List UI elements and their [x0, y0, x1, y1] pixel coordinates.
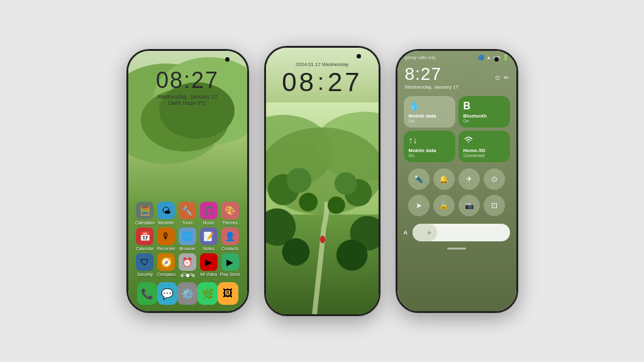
- bt-status-icon: 🔵: [478, 55, 484, 60]
- brightness-bar[interactable]: ☀: [413, 224, 510, 241]
- dot-2: [186, 274, 189, 277]
- app-weather[interactable]: 🌤 Weather: [156, 202, 176, 225]
- weather-icon: 🌤: [157, 202, 175, 219]
- clock-icon: ⏰: [179, 253, 196, 271]
- tools-icon: 🔧: [179, 202, 196, 219]
- app-playstore[interactable]: ▶ Play Store: [220, 253, 240, 277]
- time-display-2: 08 : 27: [266, 67, 379, 97]
- app-music[interactable]: 🎵 Music: [199, 202, 219, 225]
- status-text: gency calls only: [405, 55, 436, 60]
- dock-phone[interactable]: 📞: [137, 282, 157, 305]
- cc-drag-handle: [447, 248, 466, 250]
- tools-label: Tools: [182, 221, 192, 225]
- contacts-label: Contacts: [221, 246, 239, 251]
- bluetooth-tile[interactable]: B Bluetooth On: [458, 96, 510, 128]
- battery-icon: 🔋: [502, 55, 509, 60]
- punch-hole-3: [494, 57, 499, 62]
- app-browser[interactable]: 🌐 Browser: [177, 228, 197, 251]
- lock-clock-2: 2024.01.17 Wednesday 08 : 27: [266, 57, 379, 102]
- cc-tile-row-1: 💧 Mobile data On B Bluetooth On: [404, 96, 510, 128]
- cc-date: Wednesday, January 17: [405, 84, 459, 90]
- browser-label: Browser: [179, 246, 196, 251]
- minute-display: 27: [328, 67, 362, 97]
- mobile-data-label: Mobile data: [409, 113, 450, 119]
- music-label: Music: [203, 221, 214, 225]
- wifi-tile[interactable]: Home-5G Connected: [458, 131, 510, 162]
- mobile-data-tile[interactable]: 💧 Mobile data On: [404, 96, 455, 128]
- phone-2: 2024.01.17 Wednesday 08 : 27: [264, 46, 380, 316]
- calculator-label: Calculator: [135, 221, 155, 225]
- settings-gear-icon[interactable]: ⊙: [495, 74, 500, 81]
- app-compass[interactable]: 🧭 Compass: [156, 253, 176, 277]
- time-display-1: 08:27: [128, 67, 247, 94]
- svg-point-15: [336, 239, 367, 271]
- app-themes[interactable]: 🎨 Themes: [220, 202, 240, 225]
- mobile-data-label-2: Mobile data: [409, 148, 450, 153]
- dock: 📞 💬 ⚙️ 🌿 🖼: [128, 282, 247, 305]
- flashlight-button[interactable]: 🔦: [408, 168, 430, 190]
- bluetooth-sub: On: [464, 119, 505, 123]
- dock-settings[interactable]: ⚙️: [177, 282, 197, 305]
- browser-icon: 🌐: [179, 228, 196, 245]
- water-drop-icon: 💧: [409, 101, 450, 111]
- app-tools[interactable]: 🔧 Tools: [177, 202, 197, 225]
- notes-label: Notes: [203, 246, 214, 251]
- cc-time-info: 8:27 Wednesday, January 17: [405, 64, 459, 90]
- calendar-icon: 📅: [136, 228, 153, 245]
- screen-lock-button[interactable]: 🔒: [433, 195, 455, 216]
- cc-handle-area: [397, 245, 516, 255]
- calendar-label: Calendar: [136, 246, 153, 251]
- recorder-icon: 🎙: [157, 228, 175, 245]
- app-calculator[interactable]: 🧮 Calculator: [135, 202, 155, 225]
- lock-clock-1: 08:27 Wednesday, January 17 Delhi Haze 9…: [128, 62, 247, 107]
- airplane-button[interactable]: ✈: [458, 168, 480, 190]
- bluetooth-tile-info: Bluetooth On: [464, 113, 505, 123]
- app-clock[interactable]: ⏰ Clock: [177, 253, 197, 277]
- location-button[interactable]: ➤: [408, 195, 430, 216]
- edit-icon[interactable]: ✏: [504, 74, 509, 81]
- app-security[interactable]: 🛡 Security: [135, 253, 155, 277]
- time-separator: :: [318, 69, 326, 96]
- contacts-icon: 👤: [221, 228, 239, 245]
- screen-record-button[interactable]: ⊙: [484, 168, 505, 190]
- hour-display: 08: [282, 67, 316, 97]
- notification-button[interactable]: 🔔: [433, 168, 455, 190]
- date-display-1: Wednesday, January 17: [128, 94, 247, 100]
- app-contacts[interactable]: 👤 Contacts: [220, 228, 240, 251]
- svg-point-14: [282, 238, 309, 266]
- cc-time-row: 8:27 Wednesday, January 17 ⊙ ✏: [397, 62, 516, 94]
- svg-point-10: [327, 197, 345, 214]
- punch-hole-2: [357, 54, 361, 58]
- playstore-icon: ▶: [221, 253, 239, 271]
- wifi-icon: [464, 135, 505, 145]
- auto-brightness-label: A: [404, 229, 408, 236]
- dock-messages[interactable]: 💬: [157, 282, 177, 305]
- app-mivideo[interactable]: ▶ Mi Video: [199, 253, 219, 277]
- dock-mifit[interactable]: 🌿: [197, 282, 218, 305]
- security-icon: 🛡: [136, 253, 153, 271]
- small-date-display: 2024.01.17 Wednesday: [266, 62, 379, 67]
- phone-3: gency calls only 🔵 ▲ wifi 🔋 8:27 Wednesd…: [396, 49, 518, 313]
- page-dots: [128, 274, 247, 277]
- data-arrows-icon: ↑↓: [409, 135, 450, 145]
- dock-gallery[interactable]: 🖼: [218, 282, 238, 305]
- recorder-label: Recorder: [157, 246, 175, 251]
- cc-tile-grid: 💧 Mobile data On B Bluetooth On ↑↓: [397, 94, 516, 165]
- app-grid: 🧮 Calculator 🌤 Weather 🔧 Tools 🎵 Music 🎨: [128, 202, 247, 277]
- app-calendar[interactable]: 📅 Calendar: [135, 228, 155, 251]
- status-icons: 🔵 ▲ wifi 🔋: [478, 55, 508, 60]
- app-notes[interactable]: 📝 Notes: [199, 228, 219, 251]
- mobile-data-sub-2: On: [409, 153, 450, 158]
- app-row-3: 🛡 Security 🧭 Compass ⏰ Clock ▶ Mi Video …: [135, 253, 241, 277]
- camera-button[interactable]: 📷: [458, 195, 480, 216]
- status-bar-2: [266, 48, 379, 57]
- brightness-control: A ☀: [397, 220, 516, 245]
- bluetooth-label: Bluetooth: [464, 113, 505, 119]
- brightness-fill: [413, 224, 437, 241]
- wifi-tile-info: Home-5G Connected: [464, 148, 505, 158]
- app-recorder[interactable]: 🎙 Recorder: [156, 228, 176, 251]
- expand-button[interactable]: ⊡: [484, 195, 505, 216]
- mobile-data-tile-2[interactable]: ↑↓ Mobile data On: [404, 131, 455, 162]
- weather-display-1: Delhi Haze 9°C: [128, 100, 247, 106]
- bluetooth-icon: B: [464, 101, 505, 112]
